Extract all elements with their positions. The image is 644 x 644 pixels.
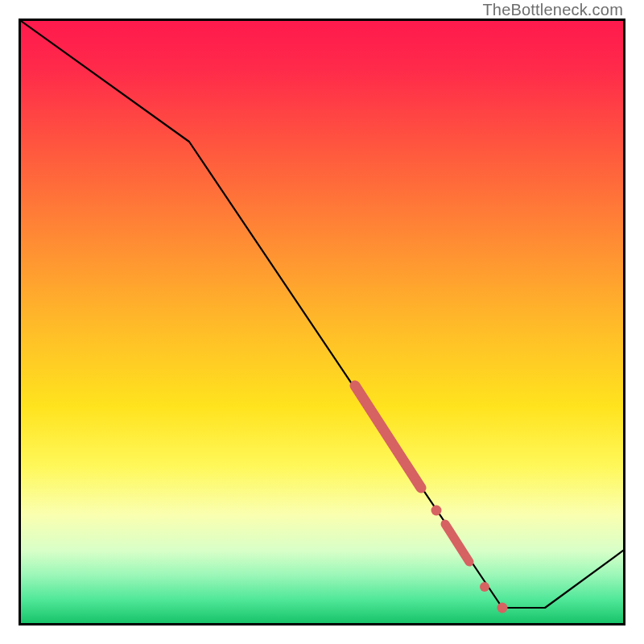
highlight-dot-2 <box>480 582 489 592</box>
chart-overlay <box>21 21 623 623</box>
watermark-text: TheBottleneck.com <box>482 1 623 19</box>
plot-area <box>19 19 625 625</box>
bottleneck-curve <box>21 21 623 608</box>
highlight-dot-3 <box>497 603 508 613</box>
chart-container: TheBottleneck.com <box>0 0 644 644</box>
highlight-segment-1 <box>355 386 421 488</box>
highlight-segment-2 <box>445 524 469 562</box>
highlight-dot-1 <box>431 506 442 516</box>
